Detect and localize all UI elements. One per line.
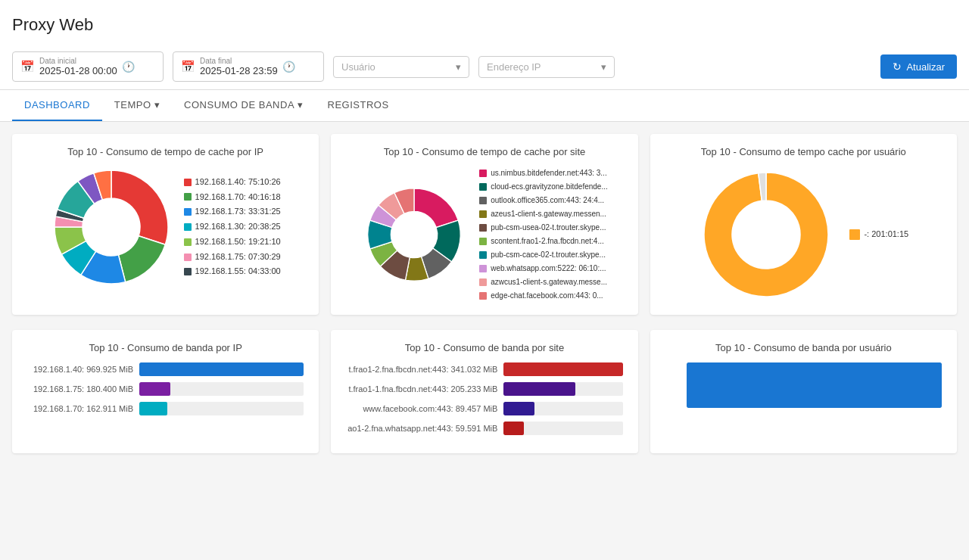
refresh-icon: ↻ <box>893 61 902 73</box>
donut-user-svg <box>698 166 834 303</box>
refresh-button[interactable]: ↻ Atualizar <box>880 54 957 79</box>
bar-site-container: t.frao1-2.fna.fbcdn.net:443: 341.032 MiB… <box>343 362 625 435</box>
donut-user-wrapper: -: 201:01:15 <box>662 166 945 303</box>
calendar-icon: 📅 <box>20 60 35 73</box>
tab-tempo[interactable]: TEMPO ▾ <box>102 90 172 121</box>
chart-bar-user-title: Top 10 - Consumo de banda por usuário <box>662 342 945 353</box>
bar-ip-row-0: 192.168.1.40: 969.925 MiB <box>27 362 304 376</box>
bar-site-row-0: t.frao1-2.fna.fbcdn.net:443: 341.032 MiB <box>346 362 622 376</box>
nav-tabs: DASHBOARD TEMPO ▾ CONSUMO DE BANDA ▾ REG… <box>0 90 969 122</box>
chart-bar-site-title: Top 10 - Consumo de banda por site <box>343 342 625 353</box>
bar-ip-row-2: 192.168.1.70: 162.911 MiB <box>27 402 304 415</box>
date-end-label: Data final <box>200 57 278 65</box>
bar-ip-row-1: 192.168.1.75: 180.400 MiB <box>27 382 304 396</box>
chart-donut-ip: Top 10 - Consumo de tempo de cache por I… <box>12 134 319 315</box>
bar-user-row-0 <box>665 362 942 408</box>
clock-icon-end: 🕐 <box>282 61 295 73</box>
tab-dashboard[interactable]: DASHBOARD <box>12 90 102 121</box>
donut-ip-legend: 192.168.1.40: 75:10:26 192.168.1.70: 40:… <box>184 175 281 280</box>
donut-ip-wrapper: 192.168.1.40: 75:10:26 192.168.1.70: 40:… <box>24 166 307 288</box>
clock-icon-start: 🕐 <box>122 61 135 73</box>
date-start-label: Data inicial <box>39 57 117 65</box>
chart-bar-ip: Top 10 - Consumo de banda por IP 192.168… <box>12 330 319 453</box>
tab-consumo[interactable]: CONSUMO DE BANDA ▾ <box>172 90 315 121</box>
user-filter[interactable]: Usuário ▾ <box>333 56 469 78</box>
bar-site-row-3: ao1-2.fna.whatsapp.net:443: 59.591 MiB <box>346 422 622 435</box>
chart-bar-ip-title: Top 10 - Consumo de banda por IP <box>24 342 307 353</box>
donut-user-legend: -: 201:01:15 <box>849 227 908 242</box>
chevron-consumo: ▾ <box>298 99 304 110</box>
chart-bar-site: Top 10 - Consumo de banda por site t.fra… <box>331 330 637 453</box>
bar-site-row-2: www.facebook.com:443: 89.457 MiB <box>346 402 622 415</box>
user-filter-label: Usuário <box>341 61 375 73</box>
main-content: Top 10 - Consumo de tempo de cache por I… <box>0 122 969 481</box>
chart-donut-user-title: Top 10 - Consumo de tempo cache por usuá… <box>662 146 945 157</box>
donut-site-wrapper: us.nimbus.bitdefender.net:443: 3... clou… <box>343 166 625 303</box>
charts-row-1: Top 10 - Consumo de tempo de cache por I… <box>12 134 957 315</box>
bar-ip-container: 192.168.1.40: 969.925 MiB 192.168.1.75: … <box>24 362 307 415</box>
date-end-value: 2025-01-28 23:59 <box>200 65 278 76</box>
date-start-value: 2025-01-28 00:00 <box>39 65 117 76</box>
filters-row: 📅 Data inicial 2025-01-28 00:00 🕐 📅 Data… <box>12 44 957 89</box>
calendar-icon-end: 📅 <box>181 60 195 73</box>
donut-site-svg <box>361 174 467 295</box>
bar-user-container <box>662 362 945 408</box>
donut-ip-svg <box>51 166 172 288</box>
chart-donut-site: Top 10 - Consumo de tempo de cache por s… <box>331 134 637 315</box>
ip-filter[interactable]: Endereço IP ▾ <box>478 56 615 78</box>
chevron-down-icon-ip: ▾ <box>601 61 606 73</box>
chart-donut-site-title: Top 10 - Consumo de tempo de cache por s… <box>343 146 625 157</box>
chart-bar-user: Top 10 - Consumo de banda por usuário <box>650 330 957 453</box>
bar-site-row-1: t.frao1-1.fna.fbcdn.net:443: 205.233 MiB <box>346 382 622 396</box>
chart-donut-user: Top 10 - Consumo de tempo cache por usuá… <box>650 134 957 315</box>
chart-donut-ip-title: Top 10 - Consumo de tempo de cache por I… <box>24 146 307 157</box>
page-title: Proxy Web <box>12 8 957 44</box>
tab-registros[interactable]: REGISTROS <box>316 90 401 121</box>
chevron-down-icon-user: ▾ <box>456 61 461 73</box>
donut-site-legend: us.nimbus.bitdefender.net:443: 3... clou… <box>479 166 608 303</box>
chevron-tempo: ▾ <box>154 99 160 110</box>
date-start-filter[interactable]: 📅 Data inicial 2025-01-28 00:00 🕐 <box>12 51 164 82</box>
date-end-filter[interactable]: 📅 Data final 2025-01-28 23:59 🕐 <box>173 51 324 82</box>
charts-row-2: Top 10 - Consumo de banda por IP 192.168… <box>12 330 957 453</box>
ip-filter-label: Endereço IP <box>487 61 541 73</box>
